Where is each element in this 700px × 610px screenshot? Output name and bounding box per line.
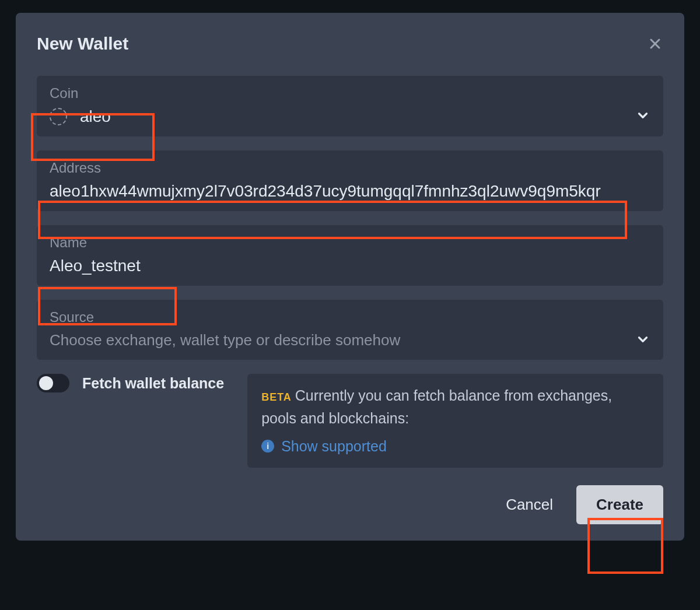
create-button[interactable]: Create <box>576 485 663 524</box>
address-field: Address <box>37 150 663 211</box>
name-input[interactable] <box>50 257 650 275</box>
source-field[interactable]: Source <box>37 300 663 360</box>
toggle-knob <box>39 376 53 390</box>
chevron-down-icon <box>635 108 650 123</box>
info-icon: i <box>261 440 274 453</box>
close-icon <box>648 37 662 51</box>
modal-footer: Cancel Create <box>37 485 663 524</box>
info-text: BETACurrently you can fetch balance from… <box>261 384 649 430</box>
info-body: Currently you can fetch balance from exc… <box>261 387 612 426</box>
beta-badge: BETA <box>261 391 292 403</box>
coin-placeholder-icon <box>50 108 67 125</box>
address-label: Address <box>50 160 650 176</box>
coin-label: Coin <box>50 85 650 101</box>
modal-title: New Wallet <box>37 34 128 54</box>
fetch-balance-row: Fetch wallet balance BETACurrently you c… <box>37 374 663 468</box>
new-wallet-modal: New Wallet Coin aleo Address <box>16 13 684 541</box>
coin-dropdown-chevron[interactable] <box>635 108 650 125</box>
fetch-balance-label: Fetch wallet balance <box>82 374 224 392</box>
source-label: Source <box>50 309 650 325</box>
address-input[interactable] <box>50 182 650 201</box>
modal-header: New Wallet <box>37 34 663 54</box>
coin-field[interactable]: Coin aleo <box>37 76 663 136</box>
fetch-balance-toggle[interactable] <box>37 374 69 392</box>
source-dropdown-chevron[interactable] <box>635 332 650 349</box>
info-panel: BETACurrently you can fetch balance from… <box>247 374 663 468</box>
name-field: Name <box>37 225 663 286</box>
show-supported-link[interactable]: Show supported <box>281 438 387 455</box>
cancel-button[interactable]: Cancel <box>506 496 553 514</box>
name-label: Name <box>50 234 650 251</box>
highlight-create <box>587 518 663 574</box>
coin-value: aleo <box>80 107 111 126</box>
source-input[interactable] <box>50 331 635 349</box>
close-button[interactable] <box>647 36 663 52</box>
chevron-down-icon <box>635 332 650 347</box>
modal-backdrop: New Wallet Coin aleo Address <box>0 0 700 610</box>
